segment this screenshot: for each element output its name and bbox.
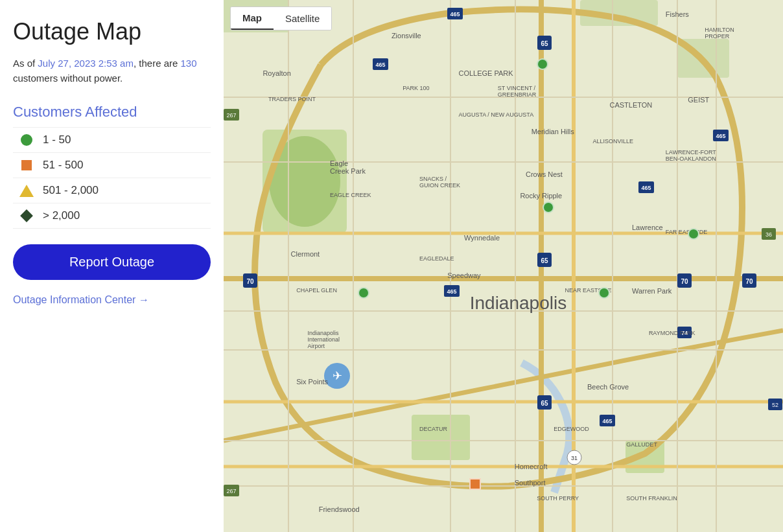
customers-affected-heading: Customers Affected: [13, 104, 211, 121]
svg-text:✈: ✈: [333, 369, 342, 382]
map-tab-satellite[interactable]: Satellite: [274, 7, 331, 30]
svg-text:70: 70: [745, 278, 753, 285]
svg-text:52: 52: [772, 402, 778, 408]
legend-range-2: 51 - 500: [43, 159, 83, 172]
svg-text:31: 31: [571, 455, 578, 461]
svg-rect-0: [224, 0, 783, 532]
page-title: Outage Map: [13, 18, 211, 45]
outage-marker-4[interactable]: [358, 287, 369, 299]
map-container: 65 65 65 70 70 70 465 465 465 465 465 46…: [224, 0, 783, 532]
legend-item-51-500: 51 - 500: [13, 153, 211, 178]
report-outage-button[interactable]: Report Outage: [13, 244, 211, 280]
map-svg: 65 65 65 70 70 70 465 465 465 465 465 46…: [224, 0, 783, 532]
svg-text:65: 65: [541, 40, 548, 47]
svg-text:70: 70: [681, 278, 688, 285]
orange-square-icon: [21, 160, 32, 170]
outage-marker-3[interactable]: [688, 228, 699, 240]
legend-icon-green-circle: [19, 133, 34, 147]
svg-text:36: 36: [765, 231, 772, 238]
left-panel: Outage Map As of July 27, 2023 2:53 am, …: [0, 0, 224, 532]
map-tabs: Map Satellite: [230, 6, 332, 30]
legend-icon-dark-diamond: [19, 209, 34, 223]
legend-icon-yellow-triangle: [19, 183, 34, 198]
legend-range-3: 501 - 2,000: [43, 184, 99, 197]
legend-item-2000plus: > 2,000: [13, 203, 211, 229]
svg-text:70: 70: [246, 278, 254, 285]
as-of-date: July 27, 2023 2:53 am: [38, 58, 134, 69]
svg-text:465: 465: [716, 133, 725, 139]
map-panel: Map Satellite: [224, 0, 783, 532]
legend-item-501-2000: 501 - 2,000: [13, 178, 211, 203]
legend-range-4: > 2,000: [43, 209, 80, 222]
svg-text:74: 74: [681, 330, 688, 336]
legend-list: 1 - 50 51 - 500 501 - 2,000 > 2,000: [13, 127, 211, 229]
as-of-prefix: As of: [13, 58, 38, 69]
green-circle-icon: [21, 134, 32, 146]
svg-text:65: 65: [541, 257, 548, 264]
yellow-triangle-icon: [19, 185, 34, 197]
svg-text:465: 465: [450, 11, 460, 17]
svg-text:465: 465: [447, 288, 456, 295]
customer-suffix: customers without power.: [13, 73, 123, 84]
outage-marker-2[interactable]: [543, 202, 554, 213]
svg-text:65: 65: [541, 400, 548, 407]
svg-text:267: 267: [226, 488, 236, 494]
dark-diamond-icon: [20, 209, 33, 222]
outage-info-link[interactable]: Outage Information Center →: [13, 294, 211, 306]
legend-item-1-50: 1 - 50: [13, 127, 211, 153]
as-of-suffix: , there are: [134, 58, 181, 69]
svg-text:267: 267: [226, 112, 236, 119]
map-tab-map[interactable]: Map: [231, 7, 274, 30]
svg-text:465: 465: [375, 62, 385, 68]
outage-marker-5[interactable]: [598, 287, 610, 299]
as-of-text: As of July 27, 2023 2:53 am, there are 1…: [13, 56, 211, 86]
legend-icon-orange-square: [19, 158, 34, 172]
outage-marker-1[interactable]: [537, 58, 548, 70]
svg-text:465: 465: [641, 185, 651, 191]
svg-text:465: 465: [602, 418, 612, 424]
svg-rect-3: [412, 415, 470, 460]
legend-range-1: 1 - 50: [43, 133, 71, 146]
customer-count: 130: [181, 58, 197, 69]
outage-marker-6[interactable]: [469, 478, 481, 490]
